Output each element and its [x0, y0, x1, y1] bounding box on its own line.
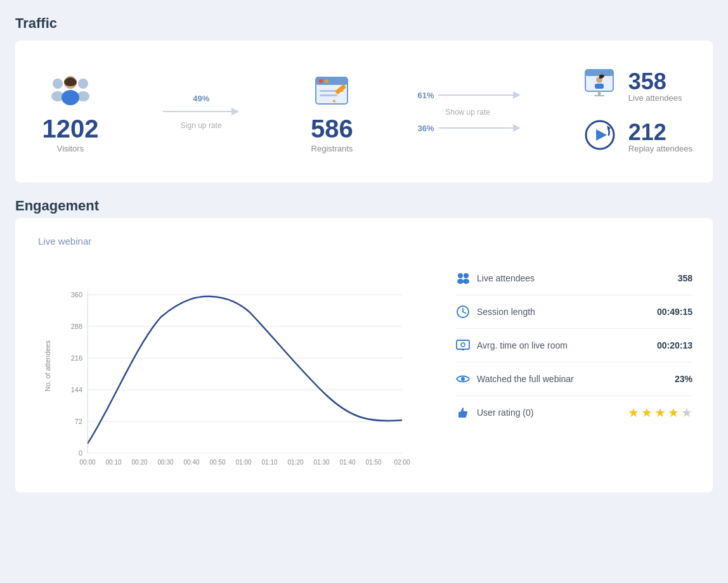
live-arrow-pct: 61% [415, 91, 434, 100]
svg-point-59 [463, 279, 469, 284]
clock-icon [455, 304, 471, 319]
engagement-section: Engagement Live webinar No. of attendees [15, 198, 713, 492]
chart-area: No. of attendees 0 72 [36, 257, 435, 475]
attendance-chart: 0 72 144 216 288 [60, 257, 415, 472]
svg-text:01:10: 01:10 [261, 459, 277, 466]
svg-text:00:00: 00:00 [79, 459, 95, 466]
live-attendees-outcome: 358 Live attendees [584, 68, 692, 104]
watched-full-label: Watched the full webinar [477, 374, 668, 384]
y-axis-label-wrapper: No. of attendees [36, 257, 60, 475]
svg-text:01:40: 01:40 [339, 459, 355, 466]
svg-rect-63 [457, 340, 469, 349]
star-1: ★ [628, 405, 639, 420]
avg-time-value: 00:20:13 [657, 340, 692, 350]
session-length-label: Session length [477, 307, 651, 317]
traffic-section: Traffic [15, 15, 713, 183]
signup-rate-label: Sign up rate [181, 121, 222, 130]
svg-text:00:30: 00:30 [157, 459, 173, 466]
visitors-icon [50, 70, 91, 111]
star-5: ★ [681, 405, 692, 420]
svg-text:72: 72 [75, 418, 82, 425]
engagement-title: Engagement [15, 198, 713, 214]
svg-point-56 [458, 273, 463, 278]
stat-live-attendees: Live attendees 358 [455, 262, 692, 295]
svg-text:00:50: 00:50 [209, 459, 225, 466]
svg-text:0: 0 [79, 449, 82, 457]
live-attendees-icon [584, 68, 620, 104]
svg-text:288: 288 [71, 323, 82, 330]
replay-attendees-icon [584, 119, 620, 155]
eye-icon [455, 371, 471, 387]
svg-line-62 [463, 312, 465, 313]
replay-attendees-outcome: 212 Replay attendees [584, 119, 692, 155]
svg-point-2 [78, 79, 88, 89]
visitors-value: 1202 [42, 116, 99, 141]
svg-text:216: 216 [71, 354, 82, 362]
star-2: ★ [641, 405, 653, 420]
people-icon [455, 271, 471, 286]
svg-text:144: 144 [71, 386, 82, 394]
svg-marker-8 [231, 108, 239, 115]
svg-rect-22 [585, 70, 613, 76]
stat-avg-time: Avrg. time on live room 00:20:13 [455, 329, 692, 362]
svg-point-11 [319, 79, 323, 83]
replay-attendees-label: Replay attendees [628, 144, 692, 153]
svg-text:00:10: 00:10 [105, 459, 121, 466]
svg-point-57 [457, 279, 464, 284]
svg-rect-23 [598, 91, 601, 95]
live-attendees-label: Live attendees [628, 93, 682, 103]
stat-session-length: Session length 00:49:15 [455, 295, 692, 329]
star-4: ★ [668, 405, 679, 420]
svg-marker-29 [596, 129, 607, 141]
svg-text:00:40: 00:40 [183, 459, 199, 466]
engagement-card: Live webinar No. of attendees 0 [15, 218, 713, 492]
watched-full-value: 23% [675, 374, 692, 384]
svg-text:01:50: 01:50 [365, 459, 381, 466]
signup-arrow: 49% Sign up rate [105, 94, 297, 130]
session-length-value: 00:49:15 [657, 307, 692, 317]
live-attendees-stat-label: Live attendees [477, 273, 672, 283]
traffic-card: 1202 Visitors 49% Sign up rate [15, 41, 713, 183]
svg-text:00:20: 00:20 [131, 459, 147, 466]
engagement-content: No. of attendees 0 72 [36, 257, 692, 475]
svg-point-6 [62, 90, 79, 105]
stat-user-rating: User rating (0) ★ ★ ★ ★ ★ [455, 396, 692, 429]
svg-rect-26 [595, 84, 604, 89]
svg-rect-14 [320, 94, 337, 96]
svg-text:360: 360 [71, 291, 82, 298]
svg-point-58 [464, 273, 469, 278]
live-webinar-subtitle: Live webinar [36, 236, 692, 247]
registrants-node: 586 Registrants [297, 70, 367, 153]
svg-text:01:20: 01:20 [287, 459, 303, 466]
live-attendees-stat-value: 358 [678, 273, 692, 283]
visitors-node: 1202 Visitors [36, 70, 105, 153]
screen-icon [455, 338, 471, 353]
replay-arrow-pct: 36% [415, 124, 434, 133]
svg-point-0 [53, 79, 63, 89]
stats-panel: Live attendees 358 Session length 00:49:… [455, 257, 692, 429]
avg-time-label: Avrg. time on live room [477, 340, 651, 350]
signup-rate-pct: 49% [193, 94, 209, 103]
thumbs-up-icon [455, 405, 471, 420]
outcomes-column: 358 Live attendees [584, 68, 692, 155]
star-3: ★ [654, 405, 666, 420]
user-rating-label: User rating (0) [477, 407, 621, 418]
y-axis-label: No. of attendees [44, 340, 51, 392]
svg-point-12 [325, 79, 328, 83]
svg-rect-24 [594, 95, 604, 96]
replay-attendees-value: 212 [628, 121, 692, 144]
svg-point-64 [461, 343, 465, 347]
svg-marker-18 [513, 91, 521, 99]
svg-text:01:00: 01:00 [235, 459, 251, 466]
svg-text:02:00: 02:00 [394, 459, 410, 466]
registrants-label: Registrants [311, 144, 353, 153]
stars-container: ★ ★ ★ ★ ★ [628, 405, 692, 420]
svg-text:01:30: 01:30 [313, 459, 329, 466]
live-attendees-value: 358 [628, 70, 682, 93]
traffic-title: Traffic [15, 15, 713, 32]
visitors-label: Visitors [57, 144, 84, 153]
svg-rect-65 [462, 349, 464, 350]
registrants-icon [311, 70, 352, 111]
svg-rect-67 [458, 412, 461, 418]
svg-marker-20 [513, 124, 521, 132]
